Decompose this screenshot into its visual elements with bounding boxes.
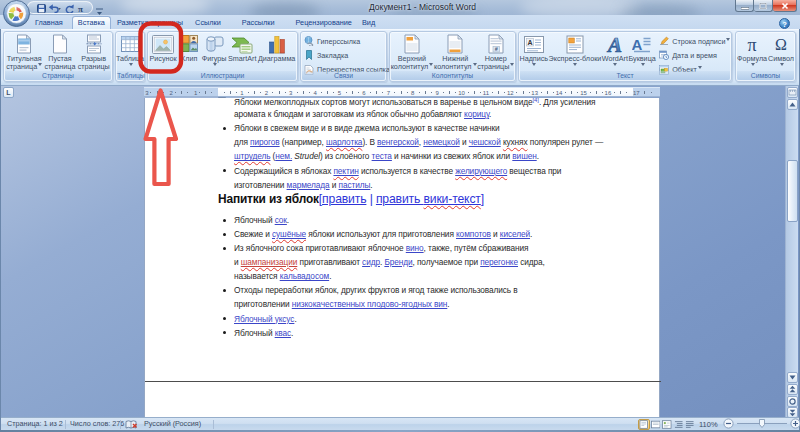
ribbon-button-label2 [779,63,784,70]
ribbon-button-stack: Строка подписиДата и времяОбъект [656,32,730,72]
hyperlink-text[interactable]: компотов [456,229,491,239]
hyperlink-text[interactable]: квас [275,328,291,338]
tab-7[interactable]: Вид [357,16,380,29]
hyperlink-text[interactable]: немецкой [423,137,459,147]
tab-selector-button[interactable]: L [3,87,14,98]
minimize-button[interactable] [735,0,754,12]
scrollbar-thumb[interactable] [787,160,798,222]
hyperlink-text[interactable]: кальвадосом [280,271,329,281]
hyperlink-text[interactable]: киселей [500,229,530,239]
help-button[interactable]: ? [779,18,790,29]
ribbon-group-1: ТитульнаястраницаПустаястраницаРазрывстр… [3,31,113,82]
hyperlink-text[interactable]: пирогов [250,137,280,147]
body-text: ) из слоёного [320,151,372,161]
next-page-button[interactable] [787,407,798,417]
pagenum-icon: # [487,34,505,54]
ribbon-button-blank-page[interactable]: Пустаястраница [44,32,75,72]
tab-4[interactable]: Ссылки [190,16,226,29]
hyperlink-text[interactable]: низкокачественных плодово-ягодных вин [292,299,448,309]
hyperlink-misspelled[interactable]: желирующего [455,166,507,176]
hyperlink-misspelled[interactable]: штрудель [234,151,270,161]
hyperlink-misspelled[interactable]: шарлотка [326,137,362,147]
zoom-slider[interactable] [736,418,788,431]
ribbon-button-smartart[interactable]: SmartArt [228,32,256,72]
hyperlink-text[interactable]: вино [406,243,424,253]
ribbon-button-bookmark[interactable]: Закладка [301,48,390,62]
tab-5[interactable]: Рассылки [237,16,280,29]
ribbon-button-wordart[interactable]: AWordArt [602,32,628,72]
ribbon-button-quickparts[interactable]: Экспресс-блоки [549,32,602,72]
view-button-web-layout[interactable] [661,419,673,430]
language-indicator[interactable]: Русский (Россия) [144,418,201,430]
hyperlink-text[interactable]: сок [275,215,287,225]
ribbon-button-page-break[interactable]: Разрывстраницы [78,32,110,72]
ribbon-button-dropcap[interactable]: AБуквица [629,32,656,72]
page-indicator[interactable]: Страница: 1 из 2 [7,418,63,430]
tab-2[interactable]: Вставка [72,16,111,29]
ribbon-button-pagenum[interactable]: #Номерстраницы [477,32,514,72]
office-button[interactable] [3,0,30,27]
ribbon-button-hyperlink[interactable]: Гиперссылка [301,34,390,48]
red-link[interactable]: шампанизации [241,257,298,267]
list-item-line: Яблочный уксус. [218,312,638,326]
ruler-toggle-button[interactable] [787,87,798,98]
tab-3[interactable]: Разметка страницы [112,16,188,29]
view-button-print-layout[interactable] [638,419,650,430]
hyperlink-text[interactable]: чешской [469,137,501,147]
window-controls [735,0,797,12]
zoom-level[interactable]: 110% [699,420,718,429]
ribbon-button-textbox[interactable]: AНадпись [519,32,548,72]
ribbon-button-chart[interactable]: Диаграмма [258,32,295,72]
vertical-scrollbar[interactable] [785,86,798,417]
text-line: называется кальвадосом. [218,269,638,283]
hyperlink-text[interactable]: перегонке [480,257,518,267]
ribbon-button-shapes[interactable]: Фигуры [202,32,227,72]
hyperlink-text[interactable]: венгерской [377,137,419,147]
scroll-up-button[interactable] [787,99,798,110]
hyperlink-misspelled[interactable]: сушёные [272,229,306,239]
hyperlink-misspelled[interactable]: пектин [333,166,358,176]
ribbon-button-header[interactable]: Верхнийколонтитул [391,32,434,72]
edit-link[interactable]: править [322,192,366,206]
hyperlink-text[interactable]: Бренди [384,257,412,267]
close-button[interactable] [773,0,797,12]
ribbon-button-footer[interactable]: Нижнийколонтитул [434,32,477,72]
zoom-out-button[interactable] [723,418,734,431]
edit-link[interactable]: править вики-текст [376,192,481,206]
ribbon-button-table[interactable]: Таблица [116,32,144,72]
ribbon-button-cover-page[interactable]: Титульнаястраница [6,32,42,72]
ribbon-button-label: Символ [768,55,794,62]
view-button-draft[interactable] [684,419,696,430]
ribbon-group-4: ГиперссылкаЗакладкаПерекрестная ссылкаСв… [300,31,387,82]
previous-page-button[interactable] [787,384,798,395]
hyperlink-text[interactable]: мармелада [287,180,330,190]
word-count[interactable]: Число слов: 276 [70,418,124,430]
document-page[interactable]: Яблоки мелкоплодных сортов могут использ… [144,98,660,418]
ribbon-button-label2: страницы [477,63,514,70]
hyperlink-text[interactable]: пастилы [339,180,371,190]
view-button-outline[interactable] [673,419,685,430]
scroll-down-button[interactable] [787,372,798,383]
ribbon-button-picture[interactable]: Рисунок [150,32,177,72]
edit-link-misspelled[interactable]: вики-текст [423,192,480,206]
tab-6[interactable]: Рецензирование [291,16,357,29]
ribbon-button-symbol[interactable]: ΩСимвол [768,32,794,72]
qat-customize-icon[interactable] [95,3,104,13]
misspelled-text: кухнях [503,137,528,147]
hyperlink-text[interactable]: сидр [362,257,380,267]
hyperlink-text[interactable]: нем. [275,151,292,161]
hyperlink-text[interactable]: теста [372,151,392,161]
hyperlink-text[interactable]: Яблочный уксус [234,314,294,324]
hyperlink-text[interactable]: вишен [512,151,536,161]
view-button-full-screen[interactable] [650,419,662,430]
body-text: и [234,257,241,267]
browse-object-button[interactable] [787,396,798,407]
hyperlink-text[interactable]: корицу [464,109,489,119]
zoom-in-button[interactable] [790,418,800,431]
window-title: Документ1 - Microsoft Word [100,1,745,14]
ribbon-button-equation[interactable]: πФормула [737,32,767,72]
tab-1[interactable]: Главная [30,16,68,29]
restore-button[interactable] [754,0,773,12]
ribbon-button-clipart[interactable]: Клип [178,32,200,72]
ribbon-button-label: Экспресс-блоки [549,55,602,62]
